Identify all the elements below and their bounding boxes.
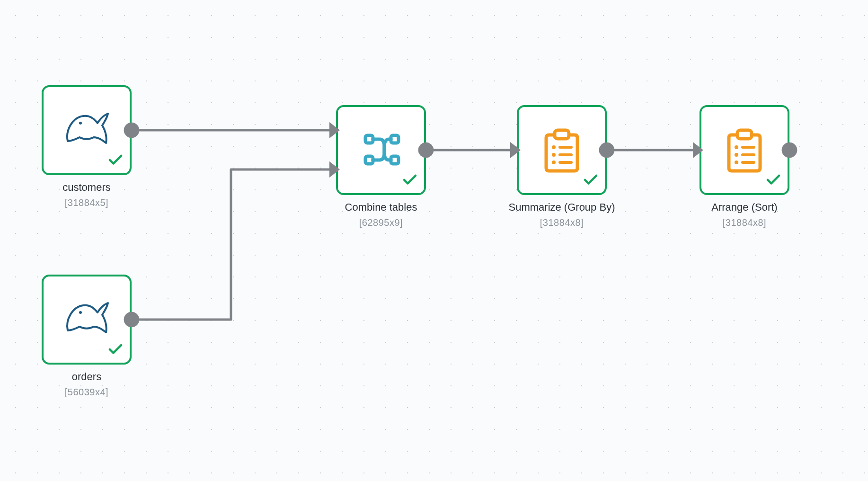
svg-rect-2: [365, 135, 373, 143]
node-label: Summarize (Group By): [503, 201, 621, 214]
svg-point-14: [735, 145, 738, 149]
node-summarize-group-by[interactable]: Summarize (Group By) [31884x8]: [517, 105, 607, 195]
check-icon: [106, 151, 125, 169]
node-combine-tables[interactable]: Combine tables [62895x9]: [336, 105, 426, 195]
svg-point-16: [735, 153, 738, 157]
node-label: Arrange (Sort): [685, 201, 804, 214]
svg-rect-10: [558, 153, 573, 156]
node-label: customers: [27, 181, 146, 195]
check-icon: [400, 170, 419, 189]
edge-orders-to-combine: [132, 169, 336, 320]
svg-point-1: [79, 311, 82, 314]
svg-rect-17: [741, 153, 755, 156]
node-arrange-sort[interactable]: Arrange (Sort) [31884x8]: [700, 105, 789, 195]
svg-rect-12: [558, 161, 573, 164]
svg-rect-6: [555, 130, 569, 139]
svg-rect-3: [365, 156, 373, 164]
svg-point-18: [735, 160, 738, 164]
node-dimensions: [31884x5]: [27, 197, 146, 208]
svg-point-0: [79, 122, 82, 125]
node-dimensions: [31884x8]: [685, 217, 804, 228]
svg-rect-5: [391, 156, 399, 164]
svg-rect-8: [558, 146, 573, 149]
node-label: orders: [27, 370, 146, 384]
check-icon: [764, 170, 783, 189]
node-label: Combine tables: [322, 201, 440, 214]
svg-point-11: [552, 160, 556, 164]
node-dimensions: [62895x9]: [322, 217, 440, 228]
ports-layer: [0, 0, 868, 481]
check-icon: [106, 340, 125, 359]
svg-point-9: [552, 153, 556, 157]
check-icon: [581, 170, 600, 189]
node-dimensions: [56039x4]: [27, 387, 146, 398]
svg-rect-4: [391, 135, 399, 143]
svg-rect-15: [741, 146, 755, 149]
edges-layer: [0, 0, 868, 481]
node-dimensions: [31884x8]: [503, 217, 621, 228]
svg-point-7: [552, 145, 556, 149]
workflow-canvas[interactable]: customers [31884x5] orders [56039x4]: [0, 0, 868, 481]
svg-rect-13: [737, 130, 752, 139]
node-customers[interactable]: customers [31884x5]: [42, 85, 132, 175]
node-orders[interactable]: orders [56039x4]: [42, 275, 132, 365]
svg-rect-19: [741, 161, 755, 164]
